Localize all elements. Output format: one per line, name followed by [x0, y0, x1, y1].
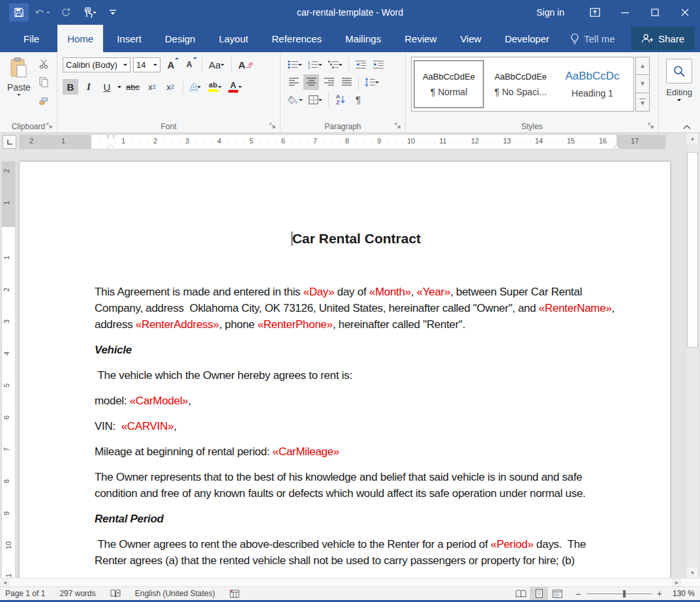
- scroll-up-icon[interactable]: ▲: [687, 133, 698, 143]
- document-content[interactable]: Car Rental Contract This Agreement is ma…: [20, 162, 670, 569]
- styles-dialog-launcher-icon[interactable]: [648, 123, 656, 130]
- copy-icon[interactable]: [37, 76, 51, 89]
- tab-home[interactable]: Home: [57, 25, 103, 52]
- maximize-button[interactable]: [640, 0, 670, 25]
- tab-design[interactable]: Design: [155, 25, 205, 52]
- paragraph[interactable]: This Agreement is made and entered in th…: [95, 284, 618, 333]
- language-indicator[interactable]: English (United States): [135, 589, 215, 598]
- zoom-percentage[interactable]: 130 %: [667, 589, 695, 598]
- zoom-out-icon[interactable]: −: [575, 588, 581, 599]
- page-indicator[interactable]: Page 1 of 1: [5, 589, 45, 598]
- collapse-ribbon-icon[interactable]: [683, 125, 691, 130]
- change-case-button[interactable]: Aa: [207, 57, 226, 72]
- share-button[interactable]: Share: [631, 27, 695, 50]
- document-title[interactable]: Car Rental Contract: [95, 230, 618, 247]
- tab-layout[interactable]: Layout: [209, 25, 258, 52]
- save-icon[interactable]: [9, 3, 29, 22]
- horizontal-scrollbar[interactable]: ◄ ►: [0, 578, 700, 586]
- increase-indent-button[interactable]: [371, 57, 386, 72]
- undo-dropdown-arrow[interactable]: [46, 12, 50, 16]
- tab-references[interactable]: References: [262, 25, 331, 52]
- paragraph[interactable]: The vehicle which the Owner hereby agree…: [95, 367, 618, 384]
- document-page[interactable]: Car Rental Contract This Agreement is ma…: [20, 162, 670, 578]
- redo-icon[interactable]: [56, 3, 76, 22]
- macro-recording-icon[interactable]: [230, 590, 239, 598]
- grow-font-button[interactable]: A: [163, 57, 179, 72]
- font-color-button[interactable]: A: [226, 79, 244, 95]
- web-layout-icon[interactable]: [548, 587, 566, 600]
- italic-button[interactable]: I: [81, 79, 97, 95]
- bold-button[interactable]: B: [63, 79, 78, 95]
- tell-me-box[interactable]: Tell me: [561, 25, 624, 52]
- zoom-in-icon[interactable]: +: [657, 588, 662, 599]
- tab-file[interactable]: File: [9, 25, 53, 52]
- font-size-combo[interactable]: 14: [133, 57, 160, 72]
- styles-scroll-down-icon[interactable]: ▼: [635, 75, 650, 93]
- zoom-slider[interactable]: [586, 594, 652, 594]
- text-effects-button[interactable]: A: [188, 79, 204, 95]
- shading-button[interactable]: [286, 92, 305, 108]
- multilevel-list-button[interactable]: [326, 57, 344, 72]
- line-spacing-button[interactable]: [363, 74, 381, 90]
- read-mode-icon[interactable]: [511, 587, 530, 600]
- close-button[interactable]: [670, 0, 700, 25]
- horizontal-ruler[interactable]: 211234567891011121314151617·············…: [20, 135, 665, 149]
- paragraph-dialog-launcher-icon[interactable]: [395, 123, 403, 130]
- proofing-status-icon[interactable]: [110, 589, 121, 598]
- tab-insert[interactable]: Insert: [107, 25, 151, 52]
- vertical-scrollbar[interactable]: ▲ ▼: [687, 133, 698, 578]
- paragraph[interactable]: The Owner represents that to the best of…: [95, 469, 618, 502]
- underline-button[interactable]: U: [99, 79, 115, 95]
- bullets-button[interactable]: [286, 57, 304, 72]
- minimize-button[interactable]: [610, 0, 640, 25]
- numbering-button[interactable]: 123: [306, 57, 324, 72]
- customize-quick-access-icon[interactable]: [103, 3, 123, 22]
- sort-button[interactable]: AZ: [333, 92, 348, 108]
- hanging-indent-marker[interactable]: [108, 142, 114, 149]
- paste-dropdown-arrow[interactable]: [17, 94, 21, 98]
- justify-button[interactable]: [339, 74, 354, 90]
- style-no-spacing[interactable]: AaBbCcDdEe ¶ No Spaci...: [485, 60, 556, 108]
- editing-dropdown-arrow[interactable]: [677, 99, 681, 103]
- ribbon-display-options-icon[interactable]: [580, 0, 610, 25]
- section-heading[interactable]: Rental Period: [95, 511, 618, 527]
- tab-developer[interactable]: Developer: [495, 25, 559, 52]
- clipboard-dialog-launcher-icon[interactable]: [46, 123, 54, 130]
- text-highlight-button[interactable]: ab: [206, 79, 224, 95]
- subscript-button[interactable]: x2: [144, 79, 160, 95]
- shrink-font-button[interactable]: A: [181, 57, 197, 72]
- undo-icon[interactable]: [33, 3, 52, 22]
- vertical-scroll-track[interactable]: [687, 143, 698, 567]
- tab-view[interactable]: View: [450, 25, 491, 52]
- find-button[interactable]: [666, 59, 692, 83]
- decrease-indent-button[interactable]: [353, 57, 369, 72]
- section-heading[interactable]: Vehicle: [95, 342, 618, 358]
- touch-mode-icon[interactable]: [80, 3, 99, 22]
- strikethrough-button[interactable]: abc: [124, 79, 142, 95]
- styles-more-icon[interactable]: ▼: [635, 93, 650, 112]
- tab-mailings[interactable]: Mailings: [335, 25, 391, 52]
- zoom-slider-handle[interactable]: [623, 590, 626, 597]
- vertical-ruler[interactable]: 21123456789101112: [2, 162, 15, 578]
- style-normal[interactable]: AaBbCcDdEe ¶ Normal: [414, 60, 484, 108]
- touch-mode-dropdown-arrow[interactable]: [93, 12, 97, 16]
- format-painter-icon[interactable]: [37, 94, 51, 107]
- superscript-button[interactable]: x2: [162, 79, 178, 95]
- underline-dropdown-arrow[interactable]: [117, 86, 121, 90]
- show-hide-pilcrow-button[interactable]: ¶: [350, 92, 366, 108]
- tab-review[interactable]: Review: [395, 25, 446, 52]
- print-layout-icon[interactable]: [530, 587, 548, 600]
- align-right-button[interactable]: [321, 74, 337, 90]
- paste-button[interactable]: Paste: [4, 57, 34, 117]
- styles-scroll-up-icon[interactable]: ▲: [635, 57, 650, 75]
- paragraph[interactable]: model: «CarModel»,: [95, 393, 618, 409]
- font-name-combo[interactable]: Calibri (Body): [63, 57, 130, 72]
- font-dialog-launcher-icon[interactable]: [269, 123, 277, 130]
- style-heading1[interactable]: AaBbCcDc Heading 1: [557, 60, 628, 108]
- align-center-button[interactable]: [303, 74, 319, 90]
- paragraph[interactable]: The Owner agrees to rent the above-descr…: [95, 536, 618, 569]
- tab-stop-selector[interactable]: [3, 135, 16, 149]
- vertical-scroll-thumb[interactable]: [687, 152, 698, 348]
- borders-button[interactable]: [307, 92, 324, 108]
- paragraph[interactable]: VIN: «CARVIN»,: [95, 418, 618, 434]
